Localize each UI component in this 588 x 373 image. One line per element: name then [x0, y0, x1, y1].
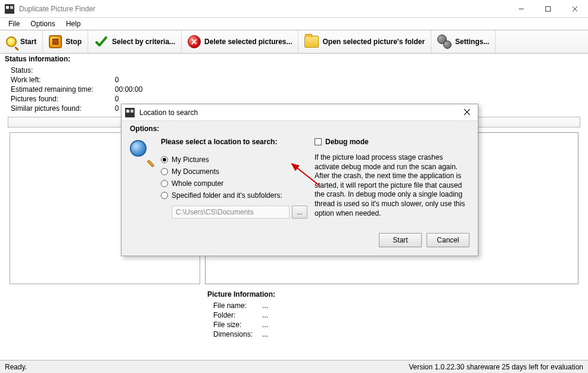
- search-icon: [130, 140, 154, 164]
- radio-my-pictures-label: My Pictures: [172, 156, 209, 164]
- stop-icon: [49, 35, 62, 48]
- remaining-value: 00:00:00: [115, 85, 164, 94]
- settings-label: Settings...: [455, 38, 489, 46]
- radio-my-documents-label: My Documents: [172, 167, 219, 176]
- select-by-criteria-button[interactable]: Select by criteria...: [88, 30, 182, 53]
- dialog-start-button[interactable]: Start: [379, 233, 422, 247]
- status-bar-right: Version 1.0.22.30 shareware 25 days left…: [409, 363, 583, 371]
- filesize-value: ...: [262, 320, 278, 330]
- window-controls: [508, 0, 588, 17]
- window-title: Duplicate Picture Finder: [19, 5, 95, 13]
- pictures-value: 0: [115, 94, 164, 104]
- start-label: Start: [20, 38, 36, 46]
- select-location-heading: Please select a location to search:: [161, 138, 307, 146]
- delete-selected-button[interactable]: ✕ Delete selected pictures...: [182, 30, 298, 53]
- workleft-label: Work left:: [11, 75, 115, 85]
- radio-my-documents[interactable]: My Documents: [161, 167, 307, 176]
- status-label: Status:: [11, 66, 115, 75]
- select-label: Select by criteria...: [112, 38, 175, 46]
- radio-icon: [161, 192, 168, 199]
- status-value: [115, 66, 164, 75]
- folder-value: ...: [262, 310, 278, 320]
- delete-icon: ✕: [188, 35, 201, 48]
- status-bar: Ready. Version 1.0.22.30 shareware 25 da…: [0, 360, 588, 373]
- radio-icon: [161, 168, 168, 175]
- filename-label: File name:: [213, 301, 262, 310]
- open-folder-label: Open selected picture's folder: [322, 38, 425, 46]
- similar-label: Similar pictures found:: [11, 104, 115, 113]
- debug-mode-label: Debug mode: [325, 138, 369, 146]
- folder-path-input[interactable]: [172, 206, 290, 219]
- window-titlebar: Duplicate Picture Finder: [0, 0, 588, 18]
- window-close-button[interactable]: [561, 0, 588, 17]
- options-label: Options:: [130, 125, 469, 133]
- gears-icon: [437, 35, 452, 49]
- remaining-label: Estimated remaining time:: [11, 85, 115, 94]
- radio-whole-computer-label: Whole computer: [172, 179, 223, 188]
- start-button[interactable]: Start: [0, 30, 43, 53]
- stop-label: Stop: [66, 38, 82, 46]
- checkbox-icon: [315, 138, 322, 145]
- status-bar-left: Ready.: [5, 363, 27, 371]
- filename-value: ...: [262, 301, 278, 310]
- delete-label: Delete selected pictures...: [204, 38, 292, 46]
- dimensions-label: Dimensions:: [213, 330, 262, 339]
- radio-my-pictures[interactable]: My Pictures: [161, 156, 307, 164]
- folder-icon: [304, 36, 319, 48]
- open-folder-button[interactable]: Open selected picture's folder: [298, 30, 431, 53]
- dialog-close-button[interactable]: [460, 107, 474, 118]
- dialog-title: Location to search: [139, 108, 198, 117]
- radio-icon: [161, 156, 168, 163]
- browse-button[interactable]: ...: [292, 206, 307, 219]
- check-icon: [94, 35, 108, 49]
- toolbar: Start Stop Select by criteria... ✕ Delet…: [0, 30, 588, 54]
- dialog-titlebar: Location to search: [122, 104, 478, 121]
- dialog-cancel-button[interactable]: Cancel: [427, 233, 469, 247]
- app-icon: [5, 4, 14, 14]
- menu-file[interactable]: File: [4, 18, 24, 29]
- browse-label: ...: [297, 209, 302, 216]
- window-minimize-button[interactable]: [508, 0, 534, 17]
- radio-whole-computer[interactable]: Whole computer: [161, 179, 307, 188]
- menu-options[interactable]: Options: [26, 18, 60, 29]
- filesize-label: File size:: [213, 320, 262, 330]
- window-maximize-button[interactable]: [534, 0, 561, 17]
- status-heading: Status information:: [5, 55, 583, 63]
- workleft-value: 0: [115, 75, 164, 85]
- magnifier-icon: [6, 36, 17, 47]
- dimensions-value: ...: [262, 330, 278, 339]
- debug-mode-description: If the picture load process stage crashe…: [315, 153, 469, 218]
- pictures-label: Pictures found:: [11, 94, 115, 104]
- radio-specified-folder[interactable]: Specified folder and it's subfolders:: [161, 191, 307, 200]
- menu-help[interactable]: Help: [61, 18, 86, 29]
- radio-specified-label: Specified folder and it's subfolders:: [172, 191, 282, 200]
- picture-info-heading: Picture Information:: [207, 290, 583, 299]
- radio-icon: [161, 180, 168, 187]
- location-dialog: Location to search Options: Please selec…: [121, 104, 478, 256]
- dialog-app-icon: [125, 108, 135, 117]
- debug-mode-checkbox[interactable]: Debug mode: [315, 138, 469, 146]
- folder-label: Folder:: [213, 310, 262, 320]
- menu-bar: File Options Help: [0, 18, 588, 30]
- picture-info-section: Picture Information: File name:... Folde…: [207, 290, 583, 339]
- stop-button[interactable]: Stop: [43, 30, 88, 53]
- svg-rect-1: [546, 7, 550, 11]
- settings-button[interactable]: Settings...: [431, 30, 496, 53]
